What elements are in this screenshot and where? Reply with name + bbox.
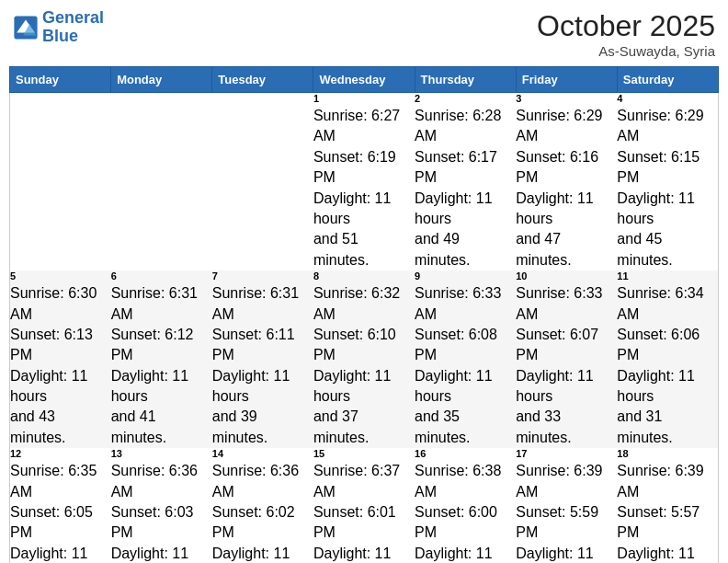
title-section: October 2025 As-Suwayda, Syria bbox=[537, 9, 715, 59]
col-friday: Friday bbox=[516, 67, 617, 93]
page: General Blue October 2025 As-Suwayda, Sy… bbox=[0, 0, 728, 563]
calendar-cell: 7Sunrise: 6:31 AM Sunset: 6:11 PM Daylig… bbox=[212, 270, 313, 448]
calendar-cell: 17Sunrise: 6:39 AM Sunset: 5:59 PM Dayli… bbox=[516, 448, 617, 563]
logo-text: General Blue bbox=[42, 9, 104, 46]
day-number: 4 bbox=[617, 93, 718, 104]
day-number: 15 bbox=[313, 448, 415, 459]
calendar-cell bbox=[111, 93, 212, 271]
calendar-cell: 12Sunrise: 6:35 AM Sunset: 6:05 PM Dayli… bbox=[10, 448, 111, 563]
calendar-row: 12Sunrise: 6:35 AM Sunset: 6:05 PM Dayli… bbox=[10, 448, 719, 563]
calendar-cell: 8Sunrise: 6:32 AM Sunset: 6:10 PM Daylig… bbox=[313, 270, 415, 448]
header: General Blue October 2025 As-Suwayda, Sy… bbox=[9, 9, 719, 59]
calendar-cell: 14Sunrise: 6:36 AM Sunset: 6:02 PM Dayli… bbox=[212, 448, 313, 563]
calendar-cell: 18Sunrise: 6:39 AM Sunset: 5:57 PM Dayli… bbox=[617, 448, 718, 563]
calendar-cell: 11Sunrise: 6:34 AM Sunset: 6:06 PM Dayli… bbox=[617, 270, 718, 448]
day-info: Sunrise: 6:36 AM Sunset: 6:02 PM Dayligh… bbox=[212, 461, 313, 563]
day-number: 16 bbox=[415, 448, 516, 459]
day-info: Sunrise: 6:37 AM Sunset: 6:01 PM Dayligh… bbox=[313, 461, 415, 563]
day-number: 12 bbox=[10, 448, 111, 459]
col-sunday: Sunday bbox=[10, 67, 111, 93]
day-number: 10 bbox=[516, 270, 617, 282]
calendar-cell: 16Sunrise: 6:38 AM Sunset: 6:00 PM Dayli… bbox=[415, 448, 516, 563]
calendar-row: 5Sunrise: 6:30 AM Sunset: 6:13 PM Daylig… bbox=[10, 270, 719, 448]
day-number: 2 bbox=[415, 93, 516, 104]
day-number: 11 bbox=[617, 270, 718, 282]
day-info: Sunrise: 6:33 AM Sunset: 6:07 PM Dayligh… bbox=[516, 283, 617, 448]
day-number: 13 bbox=[111, 448, 212, 459]
logo-line2: Blue bbox=[42, 27, 78, 45]
col-wednesday: Wednesday bbox=[313, 67, 415, 93]
calendar-cell: 2Sunrise: 6:28 AM Sunset: 6:17 PM Daylig… bbox=[415, 93, 516, 271]
calendar-cell: 3Sunrise: 6:29 AM Sunset: 6:16 PM Daylig… bbox=[516, 93, 617, 271]
month-title: October 2025 bbox=[537, 9, 715, 43]
day-number: 7 bbox=[212, 270, 313, 282]
day-number: 6 bbox=[111, 270, 212, 282]
day-number: 8 bbox=[313, 270, 415, 282]
day-info: Sunrise: 6:29 AM Sunset: 6:15 PM Dayligh… bbox=[617, 106, 718, 270]
day-info: Sunrise: 6:29 AM Sunset: 6:16 PM Dayligh… bbox=[516, 106, 617, 270]
day-info: Sunrise: 6:39 AM Sunset: 5:59 PM Dayligh… bbox=[516, 461, 617, 563]
calendar-header-row: Sunday Monday Tuesday Wednesday Thursday… bbox=[10, 67, 719, 93]
calendar: Sunday Monday Tuesday Wednesday Thursday… bbox=[9, 66, 719, 563]
calendar-cell bbox=[212, 93, 313, 271]
calendar-cell: 9Sunrise: 6:33 AM Sunset: 6:08 PM Daylig… bbox=[415, 270, 516, 448]
day-number: 3 bbox=[516, 93, 617, 104]
day-info: Sunrise: 6:38 AM Sunset: 6:00 PM Dayligh… bbox=[415, 461, 516, 563]
day-info: Sunrise: 6:31 AM Sunset: 6:12 PM Dayligh… bbox=[111, 283, 212, 448]
col-tuesday: Tuesday bbox=[212, 67, 313, 93]
calendar-row: 1Sunrise: 6:27 AM Sunset: 6:19 PM Daylig… bbox=[10, 93, 719, 271]
calendar-cell: 15Sunrise: 6:37 AM Sunset: 6:01 PM Dayli… bbox=[313, 448, 415, 563]
col-monday: Monday bbox=[111, 67, 212, 93]
calendar-cell: 5Sunrise: 6:30 AM Sunset: 6:13 PM Daylig… bbox=[10, 270, 111, 448]
day-info: Sunrise: 6:27 AM Sunset: 6:19 PM Dayligh… bbox=[313, 106, 415, 270]
location-title: As-Suwayda, Syria bbox=[537, 43, 715, 59]
day-info: Sunrise: 6:30 AM Sunset: 6:13 PM Dayligh… bbox=[10, 283, 111, 448]
calendar-cell: 1Sunrise: 6:27 AM Sunset: 6:19 PM Daylig… bbox=[313, 93, 415, 271]
day-info: Sunrise: 6:31 AM Sunset: 6:11 PM Dayligh… bbox=[212, 283, 313, 448]
logo-icon bbox=[13, 15, 39, 40]
day-number: 14 bbox=[212, 448, 313, 459]
col-saturday: Saturday bbox=[617, 67, 718, 93]
calendar-cell: 4Sunrise: 6:29 AM Sunset: 6:15 PM Daylig… bbox=[617, 93, 718, 271]
logo: General Blue bbox=[13, 9, 104, 46]
col-thursday: Thursday bbox=[415, 67, 516, 93]
day-number: 1 bbox=[313, 93, 415, 104]
calendar-cell bbox=[10, 93, 111, 271]
logo-line1: General bbox=[42, 8, 104, 27]
day-info: Sunrise: 6:32 AM Sunset: 6:10 PM Dayligh… bbox=[313, 283, 415, 448]
calendar-cell: 6Sunrise: 6:31 AM Sunset: 6:12 PM Daylig… bbox=[111, 270, 212, 448]
day-info: Sunrise: 6:36 AM Sunset: 6:03 PM Dayligh… bbox=[111, 461, 212, 563]
calendar-cell: 10Sunrise: 6:33 AM Sunset: 6:07 PM Dayli… bbox=[516, 270, 617, 448]
day-number: 9 bbox=[415, 270, 516, 282]
day-number: 5 bbox=[10, 270, 111, 282]
day-info: Sunrise: 6:39 AM Sunset: 5:57 PM Dayligh… bbox=[617, 461, 718, 563]
day-info: Sunrise: 6:33 AM Sunset: 6:08 PM Dayligh… bbox=[415, 283, 516, 448]
day-info: Sunrise: 6:28 AM Sunset: 6:17 PM Dayligh… bbox=[415, 106, 516, 270]
day-number: 17 bbox=[516, 448, 617, 459]
day-info: Sunrise: 6:34 AM Sunset: 6:06 PM Dayligh… bbox=[617, 283, 718, 448]
day-number: 18 bbox=[617, 448, 718, 459]
day-info: Sunrise: 6:35 AM Sunset: 6:05 PM Dayligh… bbox=[10, 461, 111, 563]
calendar-cell: 13Sunrise: 6:36 AM Sunset: 6:03 PM Dayli… bbox=[111, 448, 212, 563]
